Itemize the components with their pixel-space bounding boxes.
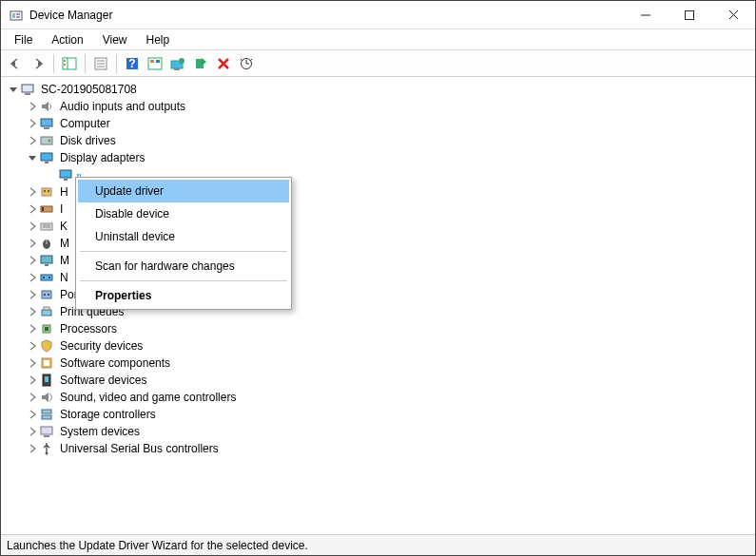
tree-node-label: Security devices [58,339,145,353]
tree-node[interactable]: Sound, video and game controllers [24,389,755,406]
context-menu-item[interactable]: Properties [78,284,289,307]
caret-right-icon[interactable] [26,339,39,353]
caret-right-icon[interactable] [26,271,39,284]
caret-right-icon[interactable] [26,220,39,233]
tree-node[interactable]: Security devices [24,337,755,355]
tree-node[interactable]: System devices [24,423,755,440]
tree-node-label: I [58,202,65,216]
caret-right-icon[interactable] [26,134,39,147]
hid-icon [39,184,54,200]
action-center-button[interactable] [145,53,165,74]
caret-right-icon[interactable] [26,408,39,421]
caret-right-icon[interactable] [26,305,39,318]
tree-root-node[interactable]: SC-201905081708 [5,81,755,98]
svg-rect-67 [44,435,49,437]
tree-node[interactable]: Disk drives [24,132,755,149]
caret-down-icon[interactable] [26,151,39,164]
uninstall-device-button[interactable] [213,53,234,74]
tree-node-label: M [58,237,71,250]
properties-button[interactable] [90,53,111,74]
caret-right-icon[interactable] [26,442,39,455]
svg-rect-57 [44,307,49,310]
svg-rect-48 [41,256,52,263]
help-button[interactable]: ? [122,53,143,74]
tree-node[interactable]: Display adapters [24,149,755,166]
close-button[interactable] [711,1,755,29]
tree-node[interactable]: Storage controllers [24,406,755,423]
minimize-button[interactable] [624,1,668,29]
caret-right-icon[interactable] [26,374,39,387]
context-menu-item[interactable]: Update driver [78,180,289,202]
svg-rect-0 [10,11,22,20]
status-bar: Launches the Update Driver Wizard for th… [1,534,755,555]
svg-point-54 [44,294,46,296]
caret-right-icon[interactable] [26,322,39,336]
svg-rect-18 [148,58,162,69]
caret-right-icon[interactable] [26,100,39,113]
caret-right-icon[interactable] [26,117,39,130]
enable-device-button[interactable] [190,53,211,74]
tree-root-label: SC-201905081708 [39,83,139,96]
window-title: Device Manager [29,9,624,22]
svg-rect-19 [150,60,154,63]
tree-node-label: Display adapters [58,151,146,164]
status-text: Launches the Update Driver Wizard for th… [7,539,308,552]
caret-down-icon[interactable] [7,83,20,96]
svg-rect-38 [42,188,51,196]
caret-right-icon[interactable] [26,185,39,199]
display-icon [39,150,54,165]
update-driver-button[interactable] [167,53,188,74]
ide-icon [39,201,54,217]
svg-rect-35 [45,162,48,163]
tree-node[interactable]: Computer [24,115,755,132]
svg-rect-66 [41,427,52,434]
svg-line-7 [729,10,738,19]
maximize-button[interactable] [668,1,711,29]
svg-rect-61 [44,360,49,366]
svg-rect-28 [22,85,33,92]
tree-node[interactable]: Audio inputs and outputs [24,98,755,115]
tree-node-label: Storage controllers [58,408,158,421]
forward-button[interactable] [28,53,48,74]
cpu-icon [39,321,54,336]
tree-node-label: Disk drives [58,134,118,147]
monitor-icon [39,253,54,268]
context-menu-item[interactable]: Uninstall device [78,225,289,248]
storage-icon [39,407,54,422]
scan-hardware-button[interactable] [236,53,257,74]
caret-right-icon[interactable] [26,237,39,250]
swcomp-icon [39,355,54,371]
svg-rect-34 [41,153,52,161]
caret-right-icon[interactable] [26,391,39,404]
titlebar[interactable]: Device Manager [1,1,755,29]
caret-right-icon[interactable] [26,288,39,301]
show-hide-tree-button[interactable] [59,53,80,74]
menu-view[interactable]: View [93,31,137,48]
menu-help[interactable]: Help [137,31,180,48]
context-menu-item[interactable]: Disable device [78,202,289,225]
tree-node-label: M [58,254,71,267]
svg-rect-50 [41,275,52,280]
menu-action[interactable]: Action [42,31,92,48]
printer-icon [39,304,54,319]
tree-node[interactable]: Universal Serial Bus controllers [24,440,755,457]
svg-point-52 [48,277,50,278]
svg-rect-10 [64,60,66,62]
tree-node[interactable]: Processors [24,320,755,337]
svg-rect-30 [41,119,52,126]
context-menu-item[interactable]: Scan for hardware changes [78,255,289,278]
computer-root-icon [20,82,35,97]
menu-file[interactable]: File [5,31,42,48]
caret-right-icon[interactable] [26,254,39,267]
caret-right-icon[interactable] [26,202,39,216]
tree-node[interactable]: Software components [24,355,755,372]
caret-right-icon[interactable] [26,356,39,370]
tree-node[interactable]: Software devices [24,372,755,389]
tree-node-label: N [58,271,70,284]
svg-rect-63 [45,376,48,382]
back-button[interactable] [5,53,26,74]
caret-right-icon[interactable] [26,425,39,438]
system-icon [39,424,54,439]
svg-rect-1 [12,13,15,18]
audio-icon [39,99,54,114]
